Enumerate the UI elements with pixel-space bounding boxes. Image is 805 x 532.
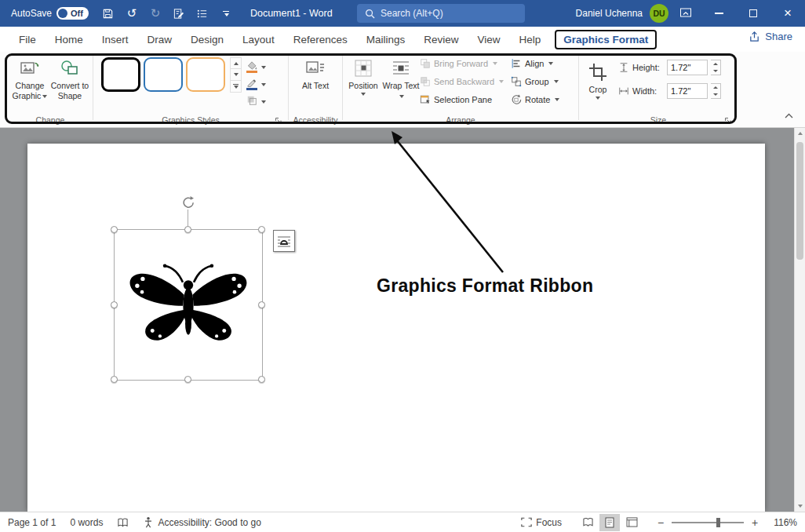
tab-draw[interactable]: Draw [138, 30, 182, 49]
user-name[interactable]: Daniel Uchenna [576, 8, 643, 19]
focus-icon [521, 517, 532, 527]
tab-design[interactable]: Design [181, 30, 233, 49]
annotation-text: Graphics Format Ribbon [377, 275, 593, 297]
tab-file[interactable]: File [9, 30, 46, 49]
collapse-ribbon-button[interactable] [781, 110, 796, 121]
ribbon-display-options-button[interactable] [679, 7, 692, 20]
dialog-launcher-icon [274, 116, 283, 126]
zoom-slider-handle[interactable] [716, 518, 720, 527]
align-button[interactable]: Align [511, 56, 569, 71]
page-indicator[interactable]: Page 1 of 1 [8, 517, 56, 528]
bring-forward-button[interactable]: Bring Forward [420, 56, 511, 71]
selection-handle[interactable] [111, 301, 118, 308]
search-box[interactable]: Search (Alt+Q) [357, 4, 525, 23]
list-button[interactable] [192, 3, 213, 24]
zoom-out-button[interactable]: − [656, 516, 665, 529]
undo-button[interactable]: ↺ [122, 3, 142, 24]
dropdown-arrow-icon [555, 98, 559, 101]
tab-help[interactable]: Help [510, 30, 551, 49]
tab-home[interactable]: Home [46, 30, 93, 49]
selection-pane-button[interactable]: Selection Pane [420, 92, 511, 107]
graphic-style-1[interactable] [101, 57, 140, 92]
graphic-outline-icon [246, 78, 257, 90]
customize-quick-access-button[interactable] [216, 3, 236, 24]
tab-review[interactable]: Review [414, 30, 468, 49]
customize-quick-access-icon [223, 11, 229, 16]
graphic-effects-button[interactable] [245, 94, 268, 109]
zoom-slider[interactable] [672, 522, 744, 523]
graphics-styles-dialog-launcher[interactable] [274, 115, 283, 124]
height-input[interactable] [667, 60, 708, 75]
selection-handle[interactable] [184, 226, 191, 233]
share-button[interactable]: Share [749, 31, 792, 42]
accessibility-status[interactable]: Accessibility: Good to go [143, 516, 260, 528]
titlebar: AutoSave Off ↺ ↻ Document1 - Word Search… [0, 0, 805, 27]
minimize-button[interactable] [701, 0, 736, 27]
avatar[interactable]: DU [650, 4, 668, 23]
word-count[interactable]: 0 words [70, 517, 103, 528]
gallery-scroll-down-button[interactable] [230, 69, 242, 81]
position-label: Position [348, 81, 377, 91]
width-stepper[interactable] [711, 83, 721, 99]
titlebar-right: Daniel Uchenna DU × [576, 0, 805, 27]
autosave-control[interactable]: AutoSave Off [11, 7, 89, 20]
editor-button[interactable] [169, 3, 189, 24]
dropdown-arrow-icon [261, 83, 266, 86]
proofing-button[interactable] [117, 517, 129, 528]
height-stepper[interactable] [711, 60, 721, 75]
alt-text-button[interactable]: Alt Text [300, 52, 331, 91]
gallery-more-button[interactable] [230, 81, 242, 93]
ribbon-group-arrange: Position Wrap Text Bring Forward [344, 52, 577, 127]
read-mode-button[interactable] [577, 514, 598, 531]
convert-to-shape-button[interactable]: Convert to Shape [50, 52, 89, 100]
vertical-scrollbar[interactable] [794, 128, 805, 512]
autosave-state: Off [71, 9, 83, 18]
selection-handle[interactable] [258, 226, 265, 233]
print-layout-button[interactable] [599, 514, 620, 531]
selection-handle[interactable] [258, 301, 265, 308]
graphic-fill-button[interactable] [245, 60, 268, 75]
maximize-button[interactable] [736, 0, 770, 27]
selection-box[interactable] [114, 229, 263, 381]
selection-handle[interactable] [184, 376, 191, 383]
scrollbar-down-icon[interactable] [795, 501, 805, 512]
send-backward-button[interactable]: Send Backward [420, 74, 511, 89]
selection-handle[interactable] [111, 376, 118, 383]
undo-icon: ↺ [127, 6, 137, 20]
crop-button[interactable]: Crop [581, 56, 615, 100]
rotate-button[interactable]: Rotate [511, 92, 569, 107]
tab-references[interactable]: References [284, 30, 357, 49]
group-button[interactable]: Group [511, 74, 569, 89]
width-input[interactable] [667, 83, 708, 99]
statusbar: Page 1 of 1 0 words Accessibility: Good … [0, 512, 805, 532]
scrollbar-up-icon[interactable] [795, 128, 805, 139]
rotate-handle[interactable] [181, 195, 195, 210]
graphic-style-2[interactable] [144, 57, 183, 92]
zoom-level[interactable]: 116% [769, 517, 797, 528]
height-icon [618, 62, 629, 73]
web-layout-button[interactable] [621, 514, 642, 531]
focus-button[interactable]: Focus [521, 517, 562, 528]
wrap-text-button[interactable]: Wrap Text [382, 52, 420, 107]
close-button[interactable]: × [770, 0, 805, 27]
tab-insert[interactable]: Insert [93, 30, 138, 49]
zoom-in-button[interactable]: + [750, 516, 759, 529]
tab-view[interactable]: View [468, 30, 509, 49]
selection-handle[interactable] [258, 376, 265, 383]
size-dialog-launcher[interactable] [723, 115, 733, 124]
gallery-scroll-up-button[interactable] [230, 57, 242, 69]
selection-handle[interactable] [111, 226, 118, 233]
change-graphic-button[interactable]: Change Graphic [9, 52, 50, 100]
graphic-outline-button[interactable] [245, 77, 268, 92]
graphic-style-3[interactable] [186, 57, 225, 92]
scrollbar-thumb[interactable] [796, 142, 803, 260]
layout-options-button[interactable] [273, 230, 295, 252]
redo-button[interactable]: ↻ [145, 3, 166, 24]
position-button[interactable]: Position [344, 52, 382, 107]
ribbon: Change Graphic Convert to Shape Change [0, 52, 805, 128]
tab-graphics-format[interactable]: Graphics Format [555, 30, 657, 49]
tab-layout[interactable]: Layout [233, 30, 284, 49]
save-button[interactable] [98, 3, 118, 24]
autosave-toggle[interactable]: Off [56, 7, 89, 20]
tab-mailings[interactable]: Mailings [357, 30, 415, 49]
